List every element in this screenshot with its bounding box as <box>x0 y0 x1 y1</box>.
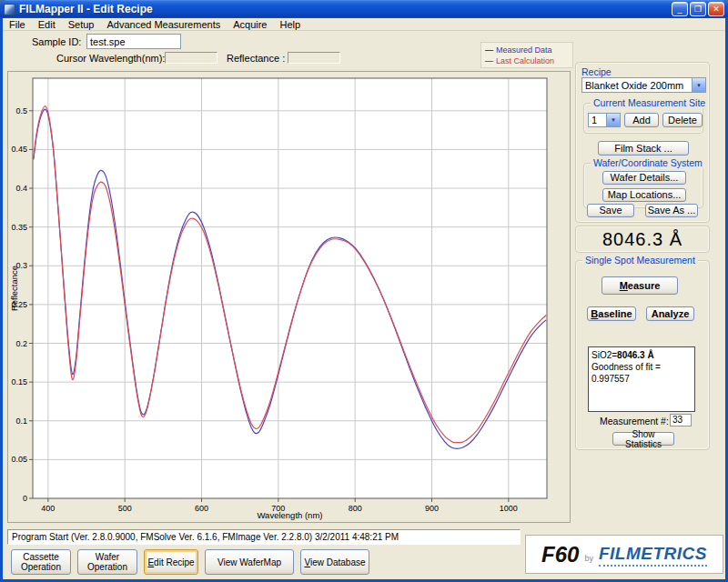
result-gof-line: Goodness of fit = 0.997557 <box>592 361 692 385</box>
thickness-readout: 8046.3 Å <box>575 226 710 253</box>
site-number-value: 1 <box>589 115 606 125</box>
svg-text:400: 400 <box>41 504 55 513</box>
sample-id-input[interactable] <box>86 34 181 49</box>
wafer-details-button[interactable]: Wafer Details... <box>602 171 686 185</box>
reflectance-readout-label: Reflectance : <box>227 53 285 64</box>
svg-text:0.5: 0.5 <box>15 106 27 115</box>
cursor-wavelength-readout <box>165 52 217 64</box>
measurement-number-field: 33 <box>670 414 692 426</box>
svg-text:900: 900 <box>425 504 439 513</box>
measurement-site-group-label: Current Measurement Site <box>591 97 708 108</box>
svg-text:0.4: 0.4 <box>15 184 27 193</box>
svg-text:Wavelength (nm): Wavelength (nm) <box>258 510 323 520</box>
measure-button[interactable]: Measure <box>602 276 678 295</box>
menu-setup[interactable]: Setup <box>62 18 101 31</box>
analyze-button[interactable]: Analyze <box>646 306 694 321</box>
menu-acquire[interactable]: Acquire <box>227 18 273 31</box>
window-title: FILMapper II - Edit Recipe <box>19 3 670 15</box>
svg-text:0.35: 0.35 <box>11 223 27 232</box>
menu-advanced-measurements[interactable]: Advanced Measurements <box>100 18 227 31</box>
baseline-button[interactable]: Baseline <box>587 306 636 321</box>
menu-help[interactable]: Help <box>273 18 307 31</box>
view-database-button[interactable]: View Database <box>300 549 369 575</box>
svg-text:0.2: 0.2 <box>15 339 27 348</box>
delete-site-button[interactable]: Delete <box>662 113 703 127</box>
menu-file[interactable]: File <box>3 18 32 31</box>
svg-text:0.45: 0.45 <box>11 145 27 154</box>
save-as-button[interactable]: Save As ... <box>645 204 698 217</box>
measurement-number-label: Measurement #: <box>600 416 669 426</box>
svg-text:1000: 1000 <box>500 504 518 513</box>
f60-filmetrics-logo: F60 by FILMETRICS <box>525 535 723 574</box>
svg-text:0.15: 0.15 <box>11 377 27 386</box>
cursor-wavelength-label: Cursor Wavelength(nm): <box>56 53 165 64</box>
single-spot-group-label: Single Spot Measurement <box>582 255 698 266</box>
recipe-section-panel: Recipe Blanket Oxide 200mm ▼ Current Mea… <box>575 62 710 223</box>
svg-text:0: 0 <box>23 494 27 503</box>
title-bar[interactable]: FILMapper II - Edit Recipe _ ❐ ✕ <box>0 0 728 18</box>
single-spot-measurement-group: Single Spot Measurement Measure Baseline… <box>575 260 710 450</box>
map-locations-button[interactable]: Map Locations... <box>602 188 686 202</box>
logo-by: by <box>584 554 593 563</box>
logo-model: F60 <box>541 542 579 567</box>
svg-text:500: 500 <box>118 504 132 513</box>
edit-recipe-button[interactable]: Edit Recipe <box>144 549 198 575</box>
logo-brand: FILMETRICS <box>599 544 707 567</box>
measurement-site-group: Current Measurement Site 1 ▼ Add Delete <box>583 103 703 134</box>
close-button[interactable]: ✕ <box>708 2 724 16</box>
svg-text:Reflectance: Reflectance <box>9 266 19 311</box>
svg-text:0.1: 0.1 <box>15 416 27 426</box>
save-button[interactable]: Save <box>587 204 634 217</box>
chevron-down-icon[interactable]: ▼ <box>606 114 620 126</box>
result-thickness-line: SiO2=8046.3 Å <box>592 349 692 361</box>
restore-button[interactable]: ❐ <box>690 2 706 16</box>
legend-item-calculation: —Last Calculation <box>485 55 569 66</box>
recipe-label: Recipe <box>581 66 612 77</box>
cassette-operation-button[interactable]: Cassette Operation <box>11 549 71 575</box>
legend-measured-label: Measured Data <box>496 45 552 55</box>
recipe-dropdown-value: Blanket Oxide 200mm <box>582 80 692 91</box>
recipe-dropdown[interactable]: Blanket Oxide 200mm ▼ <box>581 77 706 93</box>
menu-edit[interactable]: Edit <box>32 18 62 31</box>
wafer-operation-button[interactable]: Wafer Operation <box>77 549 137 575</box>
show-statistics-button[interactable]: Show Statistics <box>612 432 674 446</box>
chart-legend: —Measured Data —Last Calculation <box>480 42 573 68</box>
svg-text:600: 600 <box>195 504 208 513</box>
legend-item-measured: —Measured Data <box>485 45 569 55</box>
add-site-button[interactable]: Add <box>624 113 659 127</box>
view-wafermap-button[interactable]: View WaferMap <box>205 549 294 575</box>
measurement-result-box: SiO2=8046.3 Å Goodness of fit = 0.997557 <box>588 346 695 412</box>
site-number-dropdown[interactable]: 1 ▼ <box>588 113 621 127</box>
calculation-line-swatch: — <box>485 56 493 65</box>
reflectance-spectrum-chart[interactable]: 400500600700800900100000.050.10.150.20.2… <box>8 72 570 522</box>
film-stack-button[interactable]: Film Stack ... <box>598 141 689 156</box>
measured-line-swatch: — <box>485 45 493 55</box>
legend-calculation-label: Last Calculation <box>496 56 554 65</box>
spectrum-chart-panel: 400500600700800900100000.050.10.150.20.2… <box>7 71 571 523</box>
minimize-button[interactable]: _ <box>672 2 688 16</box>
status-bar: Program Start (Ver. 2.8.0.9000, FMSolve … <box>7 529 521 545</box>
client-area: File Edit Setup Advanced Measurements Ac… <box>3 18 725 579</box>
wafer-coordinate-group-label: Wafer/Coordinate System <box>591 157 705 168</box>
svg-text:0.05: 0.05 <box>11 455 27 464</box>
svg-text:800: 800 <box>349 504 362 513</box>
wafer-coordinate-group: Wafer/Coordinate System Wafer Details...… <box>583 163 703 208</box>
sample-id-label: Sample ID: <box>32 36 81 47</box>
app-icon <box>4 4 15 15</box>
reflectance-readout <box>288 52 340 64</box>
app-window: FILMapper II - Edit Recipe _ ❐ ✕ File Ed… <box>0 0 728 582</box>
menu-bar: File Edit Setup Advanced Measurements Ac… <box>3 18 725 31</box>
chevron-down-icon[interactable]: ▼ <box>692 78 705 92</box>
